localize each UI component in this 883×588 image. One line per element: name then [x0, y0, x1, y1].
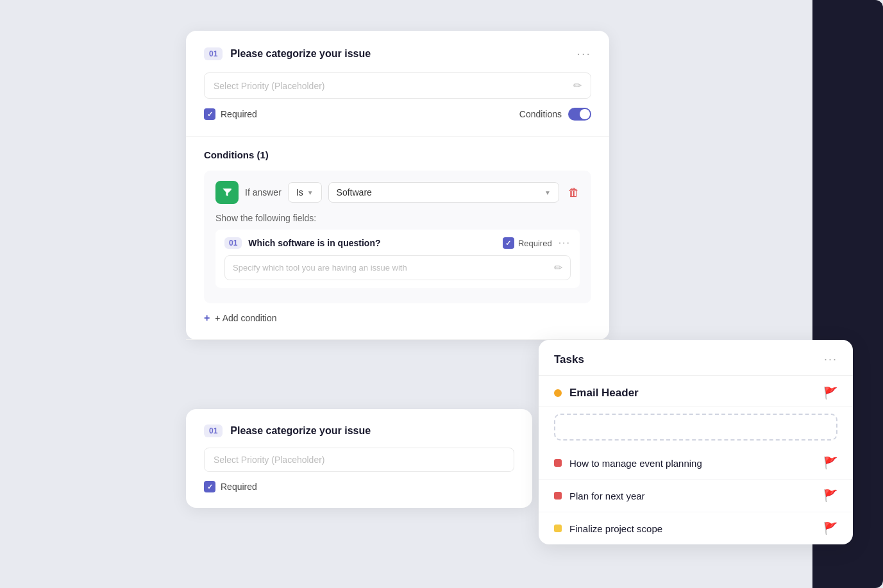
- field-dots-menu[interactable]: ···: [559, 237, 571, 249]
- field-required-label: Required: [518, 239, 552, 248]
- task1-label: How to manage event planning: [569, 458, 816, 469]
- task2-label: Plan for next year: [569, 491, 816, 501]
- task1-dot: [554, 459, 562, 467]
- drop-zone: [554, 414, 837, 441]
- orange-dot: [554, 389, 562, 397]
- delete-condition-icon[interactable]: 🗑: [568, 186, 580, 199]
- add-condition-label: + Add condition: [215, 313, 276, 323]
- task1-flag-icon: 🚩: [823, 456, 837, 470]
- condition-row: If answer Is ▼ Software ▼ 🗑: [215, 181, 580, 204]
- task-item-2[interactable]: Plan for next year 🚩: [539, 480, 853, 512]
- conditions-title: Conditions (1): [204, 149, 591, 160]
- required-group: Required: [204, 108, 257, 120]
- software-value: Software: [337, 187, 372, 197]
- filter-icon: [221, 187, 233, 198]
- field-edit-icon[interactable]: ✏: [554, 262, 562, 274]
- task3-dot: [554, 525, 562, 532]
- priority-input-row[interactable]: Select Priority (Placeholder) ✏: [204, 72, 591, 99]
- second-priority-placeholder: Select Priority (Placeholder): [214, 455, 505, 465]
- task2-dot: [554, 492, 562, 500]
- is-value: Is: [296, 187, 303, 197]
- second-section-title: Please categorize your issue: [230, 425, 371, 437]
- tasks-dots-menu[interactable]: ···: [824, 353, 837, 366]
- second-required-checkbox[interactable]: [204, 481, 215, 492]
- second-required-group: Required: [204, 481, 514, 492]
- add-plus-icon: +: [204, 312, 210, 324]
- field-item-header: 01 Which software is in question? Requir…: [224, 237, 571, 249]
- tasks-title: Tasks: [554, 353, 584, 366]
- priority-placeholder: Select Priority (Placeholder): [214, 81, 573, 91]
- title-group: 01 Please categorize your issue: [204, 47, 371, 60]
- options-row: Required Conditions: [204, 108, 591, 121]
- field-required-checkbox[interactable]: [503, 237, 514, 249]
- field-item: 01 Which software is in question? Requir…: [215, 230, 580, 288]
- field-placeholder-text: Specify which tool you are having an iss…: [233, 263, 554, 273]
- second-required-label: Required: [221, 482, 257, 492]
- tasks-card: Tasks ··· Email Header 🚩 How to manage e…: [539, 340, 853, 544]
- email-header-flag-icon: 🚩: [823, 386, 837, 400]
- main-form-card: 01 Please categorize your issue ··· Sele…: [186, 31, 609, 340]
- condition-box: If answer Is ▼ Software ▼ 🗑 Show the fol…: [204, 171, 591, 303]
- conditions-toggle[interactable]: [568, 108, 591, 121]
- second-step-badge: 01: [204, 424, 223, 437]
- section-header: 01 Please categorize your issue ···: [204, 46, 591, 61]
- field-placeholder-row: Specify which tool you are having an iss…: [224, 255, 571, 280]
- show-fields-label: Show the following fields:: [215, 213, 580, 223]
- categorize-section: 01 Please categorize your issue ··· Sele…: [186, 31, 609, 137]
- second-section-header: 01 Please categorize your issue: [204, 424, 514, 437]
- task-item-1[interactable]: How to manage event planning 🚩: [539, 447, 853, 480]
- filter-icon-box: [215, 181, 239, 204]
- is-chevron: ▼: [307, 189, 314, 196]
- edit-icon[interactable]: ✏: [573, 80, 582, 92]
- conditions-group: Conditions: [519, 108, 591, 121]
- required-checkbox[interactable]: [204, 108, 215, 120]
- is-select[interactable]: Is ▼: [288, 182, 322, 203]
- tasks-header: Tasks ···: [539, 340, 853, 376]
- section-title: Please categorize your issue: [230, 48, 371, 60]
- section-menu-dots[interactable]: ···: [576, 46, 591, 61]
- add-condition-row[interactable]: + + Add condition: [204, 312, 591, 324]
- step-badge: 01: [204, 47, 223, 60]
- task3-flag-icon: 🚩: [823, 521, 837, 535]
- conditions-label: Conditions: [519, 109, 562, 119]
- required-label: Required: [221, 109, 257, 119]
- field-step-badge: 01: [224, 237, 242, 249]
- field-name: Which software is in question?: [248, 238, 496, 248]
- second-form-card: 01 Please categorize your issue Select P…: [186, 409, 532, 508]
- second-priority-input-row[interactable]: Select Priority (Placeholder): [204, 448, 514, 472]
- task3-label: Finalize project scope: [569, 523, 816, 534]
- task2-flag-icon: 🚩: [823, 489, 837, 503]
- if-answer-label: If answer: [245, 187, 282, 197]
- software-select[interactable]: Software ▼: [328, 182, 559, 203]
- conditions-section: Conditions (1) If answer Is ▼ Software ▼: [186, 137, 609, 340]
- field-required-group: Required: [503, 237, 552, 249]
- task-item-3[interactable]: Finalize project scope 🚩: [539, 512, 853, 544]
- email-header-label: Email Header: [569, 387, 816, 399]
- second-title-group: 01 Please categorize your issue: [204, 424, 371, 437]
- software-chevron: ▼: [544, 189, 551, 196]
- email-header-row: Email Header 🚩: [539, 376, 853, 407]
